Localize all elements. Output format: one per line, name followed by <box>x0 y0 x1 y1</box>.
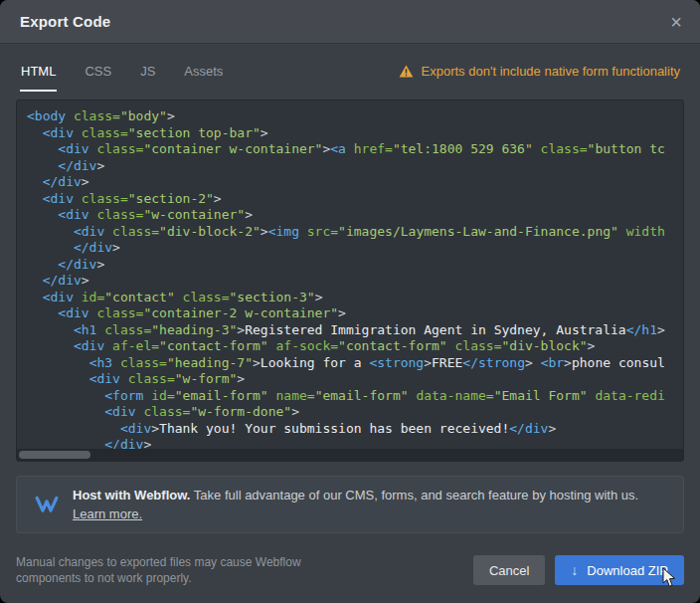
code-line: <div af-el="contact-form" af-sock="conta… <box>27 338 673 355</box>
code-line: <div class="div-block-2"><img src="image… <box>27 224 673 241</box>
tab-js[interactable]: JS <box>139 52 156 92</box>
banner-bold-text: Host with Webflow. <box>73 488 190 502</box>
tab-bar: HTML CSS JS Assets Exports don't include… <box>0 44 700 92</box>
code-line: <div class="section-2"> <box>27 191 673 208</box>
code-line: <div class="section top-bar"> <box>27 125 673 142</box>
form-functionality-warning: Exports don't include native form functi… <box>399 64 680 92</box>
code-line: <div class="container w-container"><a hr… <box>27 141 673 158</box>
warning-triangle-icon <box>399 65 414 78</box>
footer-note: Manual changes to exported files may cau… <box>16 554 324 586</box>
learn-more-link[interactable]: Learn more. <box>73 506 142 521</box>
close-icon[interactable]: × <box>670 12 682 32</box>
banner-text: Host with Webflow. Take full advantage o… <box>73 486 638 523</box>
horizontal-scrollbar[interactable] <box>17 449 683 461</box>
export-code-modal: Export Code × HTML CSS JS Assets Exports… <box>0 0 700 603</box>
download-arrow-icon: ↓ <box>571 563 578 577</box>
tab-list: HTML CSS JS Assets <box>20 52 224 92</box>
download-zip-button[interactable]: ↓ Download ZIP <box>555 555 684 585</box>
code-line: </div> <box>27 174 673 191</box>
banner-body-text: Take full advantage of our CMS, forms, a… <box>194 488 638 502</box>
code-line: <div class="container-2 w-container"> <box>27 305 673 322</box>
modal-footer: Manual changes to exported files may cau… <box>0 533 700 603</box>
scrollbar-thumb[interactable] <box>19 451 90 459</box>
code-line: <div class="w-container"> <box>27 207 673 224</box>
tab-assets[interactable]: Assets <box>183 52 224 92</box>
code-line: </div> <box>27 273 673 290</box>
modal-header: Export Code × <box>0 0 700 44</box>
hosting-banner: Host with Webflow. Take full advantage o… <box>16 476 684 533</box>
download-zip-label: Download ZIP <box>587 563 668 578</box>
footer-buttons: Cancel ↓ Download ZIP <box>473 555 684 585</box>
code-lines: <body class="body"> <div class="section … <box>17 100 683 462</box>
code-line: <h3 class="heading-7">Looking for a <str… <box>27 355 673 372</box>
code-line: <form id="email-form" name="email-form" … <box>27 388 673 405</box>
tab-css[interactable]: CSS <box>84 52 112 92</box>
code-line: <div id="contact" class="section-3"> <box>27 290 673 306</box>
modal-title: Export Code <box>20 13 110 30</box>
code-line: </div> <box>27 158 673 175</box>
code-line: <div>Thank you! Your submission has been… <box>27 421 673 438</box>
tab-html[interactable]: HTML <box>20 52 57 92</box>
code-editor[interactable]: <body class="body"> <div class="section … <box>16 100 684 462</box>
code-line: <h1 class="heading-3">Registered Immigra… <box>27 322 673 339</box>
cancel-button[interactable]: Cancel <box>473 555 545 585</box>
code-line: </div> <box>27 240 673 257</box>
code-line: <div class="w-form"> <box>27 371 673 388</box>
warning-text: Exports don't include native form functi… <box>422 64 680 79</box>
webflow-logo-icon <box>35 496 59 513</box>
code-line: </div> <box>27 257 673 274</box>
code-line: <body class="body"> <box>27 108 673 125</box>
code-line: <div class="w-form-done"> <box>27 404 673 421</box>
